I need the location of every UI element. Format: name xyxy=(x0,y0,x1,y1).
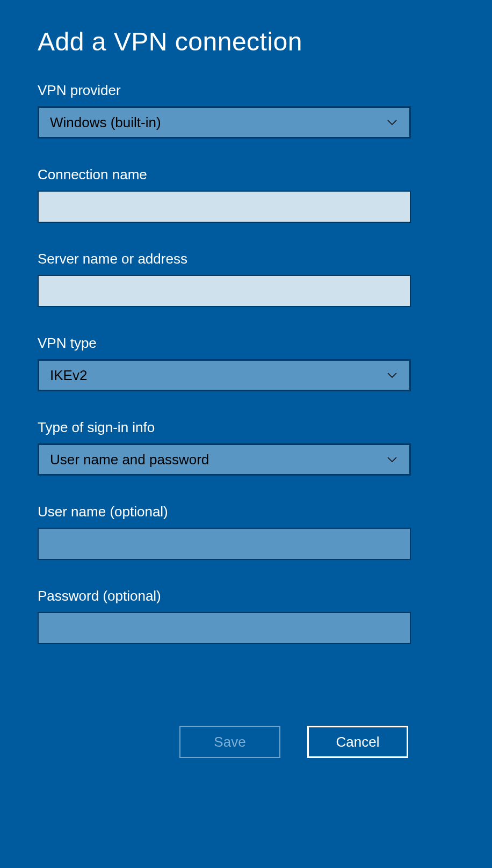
connection-name-label: Connection name xyxy=(38,166,454,183)
server-address-label: Server name or address xyxy=(38,251,454,267)
password-input[interactable] xyxy=(38,612,411,644)
chevron-down-icon xyxy=(386,453,399,466)
vpn-type-select[interactable]: IKEv2 xyxy=(38,359,411,391)
connection-name-group: Connection name xyxy=(38,166,454,223)
vpn-provider-label: VPN provider xyxy=(38,82,454,99)
signin-type-value: User name and password xyxy=(50,451,209,468)
vpn-type-group: VPN type IKEv2 xyxy=(38,335,454,391)
password-label: Password (optional) xyxy=(38,588,454,604)
vpn-type-label: VPN type xyxy=(38,335,454,352)
chevron-down-icon xyxy=(386,369,399,382)
save-button[interactable]: Save xyxy=(179,726,280,758)
chevron-down-icon xyxy=(386,116,399,129)
page-title: Add a VPN connection xyxy=(38,27,454,56)
vpn-provider-value: Windows (built-in) xyxy=(50,114,161,131)
username-group: User name (optional) xyxy=(38,504,454,560)
connection-name-input[interactable] xyxy=(38,191,411,223)
signin-type-label: Type of sign-in info xyxy=(38,419,454,436)
cancel-button[interactable]: Cancel xyxy=(307,726,408,758)
username-input[interactable] xyxy=(38,528,411,560)
signin-type-group: Type of sign-in info User name and passw… xyxy=(38,419,454,476)
server-address-input[interactable] xyxy=(38,275,411,307)
server-address-group: Server name or address xyxy=(38,251,454,307)
password-group: Password (optional) xyxy=(38,588,454,644)
username-label: User name (optional) xyxy=(38,504,454,520)
vpn-provider-group: VPN provider Windows (built-in) xyxy=(38,82,454,138)
vpn-provider-select[interactable]: Windows (built-in) xyxy=(38,106,411,138)
signin-type-select[interactable]: User name and password xyxy=(38,443,411,476)
vpn-type-value: IKEv2 xyxy=(50,367,87,384)
button-row: Save Cancel xyxy=(179,726,408,758)
